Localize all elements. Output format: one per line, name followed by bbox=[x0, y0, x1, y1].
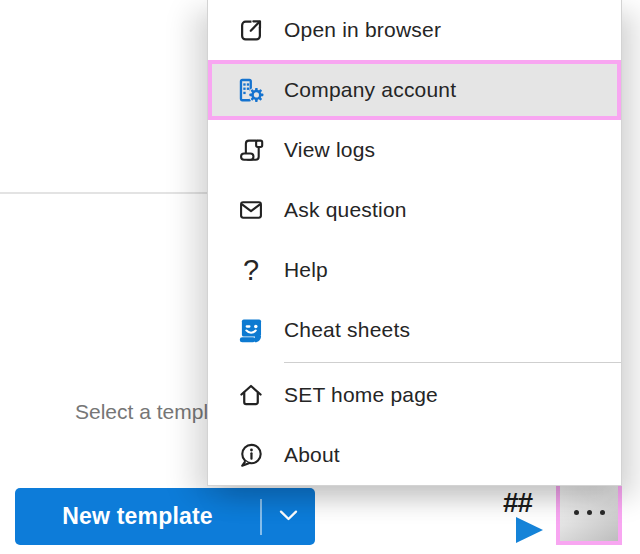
more-options-button[interactable] bbox=[556, 480, 622, 545]
menu-separator bbox=[284, 362, 621, 363]
ask-question-icon bbox=[237, 196, 265, 224]
menu-item-help[interactable]: ? Help bbox=[208, 240, 621, 300]
insert-macro-button[interactable]: ## bbox=[501, 487, 549, 547]
about-icon bbox=[237, 441, 265, 469]
menu-item-about[interactable]: About bbox=[208, 425, 621, 485]
view-logs-icon bbox=[237, 136, 265, 164]
help-icon: ? bbox=[237, 256, 265, 284]
menu-item-company-account[interactable]: Company account bbox=[208, 60, 621, 120]
menu-item-label: View logs bbox=[284, 138, 375, 162]
more-dots-icon bbox=[574, 510, 579, 515]
company-account-icon bbox=[237, 76, 265, 104]
menu-item-view-logs[interactable]: View logs bbox=[208, 120, 621, 180]
app-screen: Select a template Open in browser bbox=[0, 0, 640, 554]
home-icon bbox=[237, 381, 265, 409]
cheat-sheets-icon bbox=[237, 316, 265, 344]
menu-item-label: Ask question bbox=[284, 198, 407, 222]
menu-item-set-home-page[interactable]: SET home page bbox=[208, 365, 621, 425]
menu-item-label: Help bbox=[284, 258, 328, 282]
open-in-browser-icon bbox=[237, 16, 265, 44]
menu-item-open-in-browser[interactable]: Open in browser bbox=[208, 0, 621, 60]
menu-item-cheat-sheets[interactable]: Cheat sheets bbox=[208, 300, 621, 360]
menu-item-ask-question[interactable]: Ask question bbox=[208, 180, 621, 240]
menu-item-label: Company account bbox=[284, 78, 456, 102]
more-dots-icon bbox=[600, 510, 605, 515]
more-dots-icon bbox=[587, 510, 592, 515]
menu-item-label: Cheat sheets bbox=[284, 318, 410, 342]
new-template-button[interactable]: New template bbox=[15, 488, 260, 545]
menu-item-label: About bbox=[284, 443, 340, 467]
new-template-dropdown-button[interactable] bbox=[262, 488, 315, 545]
more-options-menu: Open in browser bbox=[207, 0, 622, 486]
chevron-down-icon bbox=[279, 509, 298, 524]
new-template-split-button: New template bbox=[15, 488, 315, 545]
menu-item-label: Open in browser bbox=[284, 18, 441, 42]
play-arrow-icon bbox=[516, 517, 543, 543]
macro-hash-icon: ## bbox=[503, 487, 532, 519]
menu-item-label: SET home page bbox=[284, 383, 438, 407]
pane-divider bbox=[0, 192, 209, 194]
